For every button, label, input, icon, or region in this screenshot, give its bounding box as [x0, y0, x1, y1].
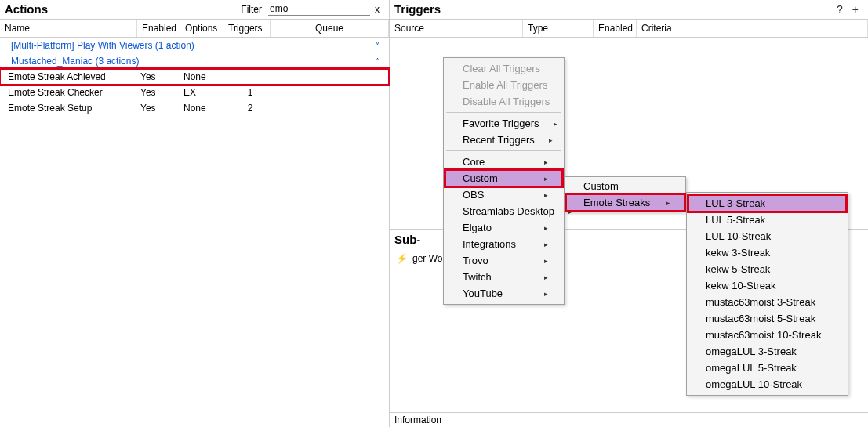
group-label: [Multi-Platform] Play With Viewers (1 ac…: [11, 40, 194, 51]
chevron-right-icon: ▸: [535, 136, 553, 144]
action-options: None: [183, 71, 227, 82]
chevron-right-icon: ▸: [539, 120, 557, 128]
action-enabled: Yes: [140, 103, 183, 114]
menu-separator: [446, 150, 561, 151]
actions-header: Actions Filter x: [0, 0, 389, 19]
filter-label: Filter: [241, 4, 262, 15]
streak-item[interactable]: omegaLUL 3-Streak: [688, 343, 846, 360]
action-triggers: 2: [227, 103, 274, 114]
menu-integrations[interactable]: Integrations▸: [445, 236, 562, 252]
actions-title: Actions: [5, 2, 48, 16]
streak-item[interactable]: kekw 10-Streak: [688, 277, 846, 294]
menu-obs[interactable]: OBS▸: [445, 186, 562, 203]
streak-item[interactable]: kekw 3-Streak: [688, 244, 846, 261]
chevron-up-icon[interactable]: ˄: [376, 57, 384, 66]
streak-item[interactable]: LUL 3-Streak: [688, 195, 846, 212]
streak-item[interactable]: mustac63moist 5-Streak: [688, 310, 846, 327]
col-name[interactable]: Name: [0, 20, 137, 37]
actions-pane: Actions Filter x Name Enabled Options Tr…: [0, 0, 390, 427]
filter-input[interactable]: [268, 2, 370, 16]
submenu-emote-streaks[interactable]: Emote Streaks▸: [566, 194, 685, 211]
menu-elgato[interactable]: Elgato▸: [445, 219, 562, 236]
chevron-right-icon: ▸: [652, 199, 670, 207]
menu-core[interactable]: Core▸: [445, 154, 562, 170]
actions-column-headers: Name Enabled Options Triggers Queue: [0, 19, 389, 38]
streak-item[interactable]: mustac63moist 3-Streak: [688, 294, 846, 310]
action-enabled: Yes: [140, 71, 183, 82]
action-row[interactable]: Emote Streak Setup Yes None 2: [0, 100, 389, 116]
col-type[interactable]: Type: [523, 20, 594, 37]
chevron-right-icon: ▸: [530, 290, 548, 298]
filter-clear-icon[interactable]: x: [370, 4, 384, 15]
menu-youtube[interactable]: YouTube▸: [445, 285, 562, 302]
menu-trovo[interactable]: Trovo▸: [445, 252, 562, 269]
menu-twitch[interactable]: Twitch▸: [445, 269, 562, 285]
menu-separator: [446, 112, 561, 113]
col-queue[interactable]: Queue: [271, 20, 389, 37]
menu-enable-all[interactable]: Enable All Triggers: [445, 77, 562, 93]
triggers-title: Triggers: [394, 2, 441, 16]
group-row[interactable]: Mustached_Maniac (3 actions) ˄: [0, 53, 389, 69]
col-criteria[interactable]: Criteria: [637, 20, 868, 37]
menu-favorite-triggers[interactable]: Favorite Triggers▸: [445, 115, 562, 132]
streak-item[interactable]: omegaLUL 10-Streak: [688, 376, 846, 393]
bolt-icon: ⚡: [396, 253, 408, 264]
chevron-right-icon: ▸: [530, 224, 548, 232]
chevron-down-icon[interactable]: ˅: [376, 42, 384, 50]
col-triggers[interactable]: Triggers: [223, 20, 271, 37]
chevron-right-icon: ▸: [530, 175, 548, 183]
menu-recent-triggers[interactable]: Recent Triggers▸: [445, 132, 562, 148]
menu-streamlabs[interactable]: Streamlabs Desktop▸: [445, 203, 562, 219]
action-row[interactable]: Emote Streak Checker Yes EX 1: [0, 85, 389, 100]
chevron-right-icon: ▸: [530, 158, 548, 166]
menu-disable-all[interactable]: Disable All Triggers: [445, 93, 562, 110]
context-menu-custom: Custom Emote Streaks▸: [565, 176, 686, 212]
col-source[interactable]: Source: [390, 20, 523, 37]
chevron-right-icon: ▸: [530, 191, 548, 199]
col-enabled[interactable]: Enabled: [137, 20, 180, 37]
menu-custom[interactable]: Custom▸: [445, 170, 562, 186]
action-options: None: [183, 103, 227, 114]
chevron-right-icon: ▸: [530, 257, 548, 265]
chevron-right-icon: ▸: [530, 273, 548, 281]
submenu-custom[interactable]: Custom: [566, 178, 685, 194]
group-label: Mustached_Maniac (3 actions): [11, 56, 139, 67]
actions-list: [Multi-Platform] Play With Viewers (1 ac…: [0, 38, 389, 116]
streak-item[interactable]: mustac63moist 10-Streak: [688, 327, 846, 343]
group-row[interactable]: [Multi-Platform] Play With Viewers (1 ac…: [0, 38, 389, 53]
context-menu-main: Clear All Triggers Enable All Triggers D…: [443, 57, 565, 305]
add-trigger-icon[interactable]: +: [848, 3, 863, 16]
chevron-right-icon: ▸: [530, 241, 548, 248]
action-triggers: [227, 71, 274, 82]
action-row[interactable]: Emote Streak Achieved Yes None: [0, 69, 389, 85]
action-name: Emote Streak Checker: [8, 87, 140, 98]
action-name: Emote Streak Achieved: [8, 71, 140, 82]
triggers-header: Triggers ? +: [390, 0, 868, 19]
context-menu-emote-streaks: LUL 3-Streak LUL 5-Streak LUL 10-Streak …: [686, 192, 848, 396]
action-name: Emote Streak Setup: [8, 103, 140, 114]
col-enabled[interactable]: Enabled: [594, 20, 637, 37]
streak-item[interactable]: kekw 5-Streak: [688, 261, 846, 277]
col-options[interactable]: Options: [180, 20, 223, 37]
streak-item[interactable]: omegaLUL 5-Streak: [688, 360, 846, 376]
menu-clear-all[interactable]: Clear All Triggers: [445, 60, 562, 77]
triggers-column-headers: Source Type Enabled Criteria: [390, 19, 868, 38]
action-triggers: 1: [227, 87, 274, 98]
action-enabled: Yes: [140, 87, 183, 98]
action-options: EX: [183, 87, 227, 98]
help-icon[interactable]: ?: [832, 3, 848, 16]
streak-item[interactable]: LUL 5-Streak: [688, 212, 846, 228]
information-title: Information: [390, 412, 868, 427]
streak-item[interactable]: LUL 10-Streak: [688, 228, 846, 244]
